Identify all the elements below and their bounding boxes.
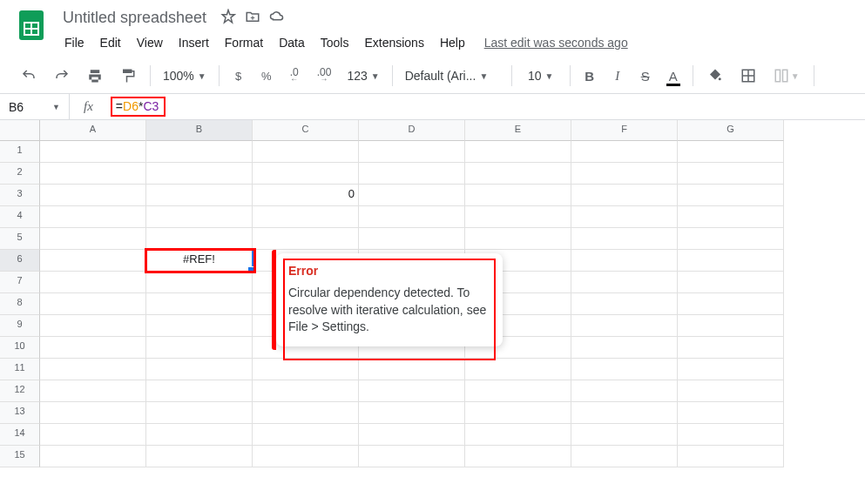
col-head-C[interactable]: C: [253, 120, 359, 141]
cell-F11[interactable]: [571, 359, 678, 380]
col-head-B[interactable]: B: [146, 120, 253, 141]
cell-G1[interactable]: [678, 141, 784, 163]
bold-button[interactable]: B: [578, 64, 602, 88]
percent-button[interactable]: %: [254, 64, 279, 88]
cell-B7[interactable]: [146, 272, 253, 293]
redo-icon[interactable]: [47, 64, 77, 88]
col-head-E[interactable]: E: [465, 120, 571, 141]
print-icon[interactable]: [80, 64, 110, 88]
col-head-A[interactable]: A: [40, 120, 146, 141]
cell-F10[interactable]: [571, 337, 678, 359]
cell-G15[interactable]: [678, 446, 784, 467]
row-head-14[interactable]: 14: [0, 424, 40, 446]
cloud-icon[interactable]: [269, 9, 285, 27]
cell-G12[interactable]: [678, 380, 784, 402]
cell-D12[interactable]: [359, 380, 465, 402]
cell-A9[interactable]: [40, 315, 146, 337]
cell-G4[interactable]: [678, 206, 784, 228]
cell-F3[interactable]: [571, 185, 678, 206]
cell-E11[interactable]: [465, 359, 571, 380]
row-head-6[interactable]: 6: [0, 250, 40, 272]
cell-G5[interactable]: [678, 228, 784, 250]
menu-help[interactable]: Help: [433, 32, 472, 53]
cell-E4[interactable]: [465, 206, 571, 228]
cell-E12[interactable]: [465, 380, 571, 402]
cell-F1[interactable]: [571, 141, 678, 163]
cell-A15[interactable]: [40, 446, 146, 467]
menu-tools[interactable]: Tools: [314, 32, 356, 53]
cell-A6[interactable]: [40, 250, 146, 272]
cell-D2[interactable]: [359, 163, 465, 185]
cell-A4[interactable]: [40, 206, 146, 228]
cell-A1[interactable]: [40, 141, 146, 163]
cell-A14[interactable]: [40, 424, 146, 446]
cell-G2[interactable]: [678, 163, 784, 185]
cell-C2[interactable]: [253, 163, 359, 185]
cell-A13[interactable]: [40, 402, 146, 424]
cell-G14[interactable]: [678, 424, 784, 446]
name-box[interactable]: B6 ▼: [0, 94, 70, 119]
menu-data[interactable]: Data: [272, 32, 312, 53]
cell-B14[interactable]: [146, 424, 253, 446]
row-head-13[interactable]: 13: [0, 402, 40, 424]
text-color-button[interactable]: A: [661, 64, 686, 88]
row-head-2[interactable]: 2: [0, 163, 40, 185]
cell-A5[interactable]: [40, 228, 146, 250]
row-head-9[interactable]: 9: [0, 315, 40, 337]
row-head-11[interactable]: 11: [0, 359, 40, 380]
borders-button[interactable]: [733, 64, 763, 88]
italic-button[interactable]: I: [605, 64, 630, 88]
cell-G10[interactable]: [678, 337, 784, 359]
cell-D4[interactable]: [359, 206, 465, 228]
number-format-dropdown[interactable]: 123▼: [341, 65, 384, 86]
row-head-8[interactable]: 8: [0, 293, 40, 315]
undo-icon[interactable]: [14, 64, 44, 88]
cell-D3[interactable]: [359, 185, 465, 206]
row-head-5[interactable]: 5: [0, 228, 40, 250]
increase-decimal-button[interactable]: .00→: [310, 64, 339, 88]
cell-A11[interactable]: [40, 359, 146, 380]
cell-E13[interactable]: [465, 402, 571, 424]
row-head-7[interactable]: 7: [0, 272, 40, 293]
cell-F2[interactable]: [571, 163, 678, 185]
font-dropdown[interactable]: Default (Ari...▼: [400, 65, 504, 86]
select-all-corner[interactable]: [0, 120, 40, 141]
cell-E14[interactable]: [465, 424, 571, 446]
row-head-3[interactable]: 3: [0, 185, 40, 206]
cell-A8[interactable]: [40, 293, 146, 315]
cell-C1[interactable]: [253, 141, 359, 163]
move-icon[interactable]: [245, 9, 260, 27]
cell-F6[interactable]: [571, 250, 678, 272]
decrease-decimal-button[interactable]: .0←: [282, 64, 307, 88]
cell-D1[interactable]: [359, 141, 465, 163]
last-edit-link[interactable]: Last edit was seconds ago: [484, 36, 628, 50]
currency-button[interactable]: $: [226, 64, 251, 88]
cell-E1[interactable]: [465, 141, 571, 163]
cell-C3[interactable]: 0: [253, 185, 359, 206]
menu-view[interactable]: View: [130, 32, 170, 53]
font-size-dropdown[interactable]: 10▼: [519, 65, 563, 86]
row-head-10[interactable]: 10: [0, 337, 40, 359]
cell-F15[interactable]: [571, 446, 678, 467]
cell-G8[interactable]: [678, 293, 784, 315]
cell-A7[interactable]: [40, 272, 146, 293]
cell-F13[interactable]: [571, 402, 678, 424]
doc-title[interactable]: Untitled spreadsheet: [57, 7, 212, 29]
cell-B9[interactable]: [146, 315, 253, 337]
cell-B2[interactable]: [146, 163, 253, 185]
menu-insert[interactable]: Insert: [172, 32, 216, 53]
cell-G6[interactable]: [678, 250, 784, 272]
cell-F12[interactable]: [571, 380, 678, 402]
cell-F4[interactable]: [571, 206, 678, 228]
cell-G9[interactable]: [678, 315, 784, 337]
cell-B11[interactable]: [146, 359, 253, 380]
row-head-15[interactable]: 15: [0, 446, 40, 467]
cell-B12[interactable]: [146, 380, 253, 402]
cell-F14[interactable]: [571, 424, 678, 446]
fill-color-button[interactable]: [700, 64, 730, 88]
cell-D11[interactable]: [359, 359, 465, 380]
cell-C4[interactable]: [253, 206, 359, 228]
cell-F7[interactable]: [571, 272, 678, 293]
menu-extensions[interactable]: Extensions: [357, 32, 430, 53]
cell-G7[interactable]: [678, 272, 784, 293]
